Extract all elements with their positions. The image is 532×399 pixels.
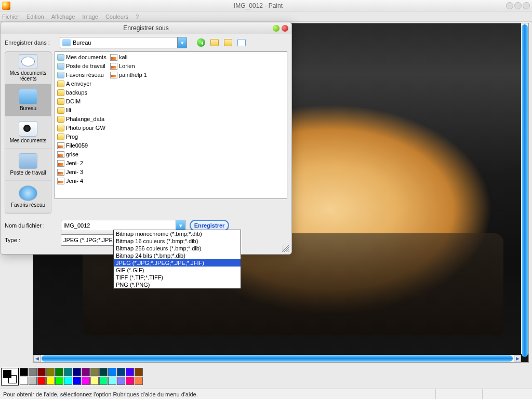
dialog-titlebar: Enregistrer sous [1,22,291,34]
palette-swatch[interactable] [135,377,143,385]
palette-swatch[interactable] [73,368,81,376]
file-item[interactable]: kali [109,53,148,61]
file-item[interactable]: grise [56,150,109,158]
menu-help[interactable]: ? [136,14,139,20]
palette-swatch[interactable] [99,377,108,385]
menu-file[interactable]: Fichier [2,14,19,20]
file-item[interactable]: lili [56,106,109,114]
palette-grid [20,368,143,388]
img-icon [110,72,117,78]
type-option[interactable]: PNG (*.PNG) [114,281,241,288]
palette-swatch[interactable] [99,368,108,376]
type-label: Type : [5,237,57,243]
place-desktop[interactable]: Bureau [5,84,51,116]
maximize-icon[interactable] [514,2,522,9]
scroll-left-icon[interactable]: ◀ [33,355,41,362]
new-folder-button[interactable] [223,38,233,47]
type-option[interactable]: Bitmap 16 couleurs (*.bmp;*.dib) [114,237,241,245]
resize-grip-icon[interactable] [282,245,289,252]
type-option[interactable]: Bitmap 24 bits (*.bmp;*.dib) [114,252,241,259]
palette-swatch[interactable] [135,368,143,376]
palette-swatch[interactable] [90,377,99,385]
horizontal-scrollbar[interactable]: ◀ ▶ [33,355,521,362]
type-option[interactable]: TIFF (*.TIF;*.TIFF) [114,274,241,281]
file-item[interactable]: A envoyer [56,79,109,88]
file-list[interactable]: Mes documentsPoste de travailFavoris rés… [55,51,287,199]
palette-swatch[interactable] [126,377,134,385]
palette-swatch[interactable] [29,368,37,376]
file-item[interactable]: Mes documents [56,53,109,61]
place-network-label: Favoris réseau [11,202,45,208]
file-item[interactable]: Jeni- 3 [56,168,109,176]
palette-swatch[interactable] [64,377,72,385]
place-network[interactable]: Favoris réseau [5,181,51,213]
palette-swatch[interactable] [117,377,125,385]
status-cell-2 [482,389,529,399]
back-button[interactable] [196,38,206,47]
palette-swatch[interactable] [37,377,46,385]
dialog-minimize-icon[interactable] [273,25,280,32]
file-item[interactable]: File0059 [56,141,109,150]
palette-swatch[interactable] [46,377,55,385]
chevron-down-icon[interactable]: ▾ [177,37,187,48]
palette-swatch[interactable] [73,377,81,385]
file-item[interactable]: DCIM [56,97,109,105]
palette-swatch[interactable] [82,377,90,385]
palette-swatch[interactable] [20,377,28,385]
type-dropdown[interactable]: Bitmap monochrome (*.bmp;*.dib)Bitmap 16… [113,230,241,289]
place-desktop-label: Bureau [20,105,36,111]
type-option[interactable]: Bitmap monochrome (*.bmp;*.dib) [114,230,241,237]
lookin-select[interactable]: Bureau ▾ [60,37,187,48]
dialog-title: Enregistrer sous [123,24,168,32]
chevron-down-icon[interactable]: ▾ [176,220,185,231]
file-item[interactable]: Jeni- 4 [56,177,109,185]
palette-swatch[interactable] [20,368,28,376]
dialog-close-icon[interactable] [282,25,288,32]
palette-swatch[interactable] [90,368,99,376]
folder-icon [57,98,64,105]
menu-image[interactable]: Image [82,14,98,20]
current-colors[interactable] [1,368,19,385]
up-folder-button[interactable] [210,38,219,47]
view-menu-button[interactable] [237,38,246,47]
file-item[interactable]: Photo pour GW [56,124,109,132]
file-item[interactable]: Lorien [109,62,148,70]
file-item[interactable]: Prog [56,132,109,141]
palette-swatch[interactable] [29,377,37,385]
menu-view[interactable]: Affichage [51,14,75,20]
palette-swatch[interactable] [108,368,116,376]
file-item-label: DCIM [66,98,81,104]
menu-edit[interactable]: Edition [26,14,44,20]
place-mydocs[interactable]: Mes documents [5,116,51,149]
type-option[interactable]: GIF (*.GIF) [114,267,241,274]
palette-swatch[interactable] [55,368,63,376]
palette-swatch[interactable] [117,368,125,376]
close-icon[interactable] [523,2,530,9]
palette-swatch[interactable] [108,377,116,385]
palette-swatch[interactable] [82,368,90,376]
filename-label: Nom du fichier : [5,222,57,229]
palette-swatch[interactable] [37,368,46,376]
type-option[interactable]: JPEG (*.JPG;*.JPEG;*.JPE;*.JFIF) [114,259,241,267]
menu-colors[interactable]: Couleurs [105,14,128,20]
place-recent[interactable]: Mes documents récents [5,52,51,84]
palette-swatch[interactable] [64,368,72,376]
places-bar: Mes documents récents Bureau Mes documen… [5,51,51,214]
place-computer[interactable]: Poste de travail [5,149,51,181]
palette-swatch[interactable] [55,377,63,385]
file-item[interactable]: Jeni- 2 [56,159,109,167]
type-option[interactable]: Bitmap 256 couleurs (*.bmp;*.dib) [114,245,241,252]
vertical-scrollbar[interactable] [521,23,528,354]
file-item-label: kali [119,54,128,60]
file-item[interactable]: Favoris réseau [56,71,109,79]
file-item[interactable]: backups [56,88,109,97]
file-item[interactable]: Poste de travail [56,62,109,70]
scroll-right-icon[interactable]: ▶ [514,355,521,362]
file-item-label: grise [66,151,78,157]
palette-swatch[interactable] [46,368,55,376]
file-item[interactable]: painthelp 1 [109,71,148,79]
minimize-icon[interactable] [506,2,513,9]
file-item-label: lili [66,107,71,113]
file-item[interactable]: Phalange_data [56,115,109,123]
palette-swatch[interactable] [126,368,134,376]
